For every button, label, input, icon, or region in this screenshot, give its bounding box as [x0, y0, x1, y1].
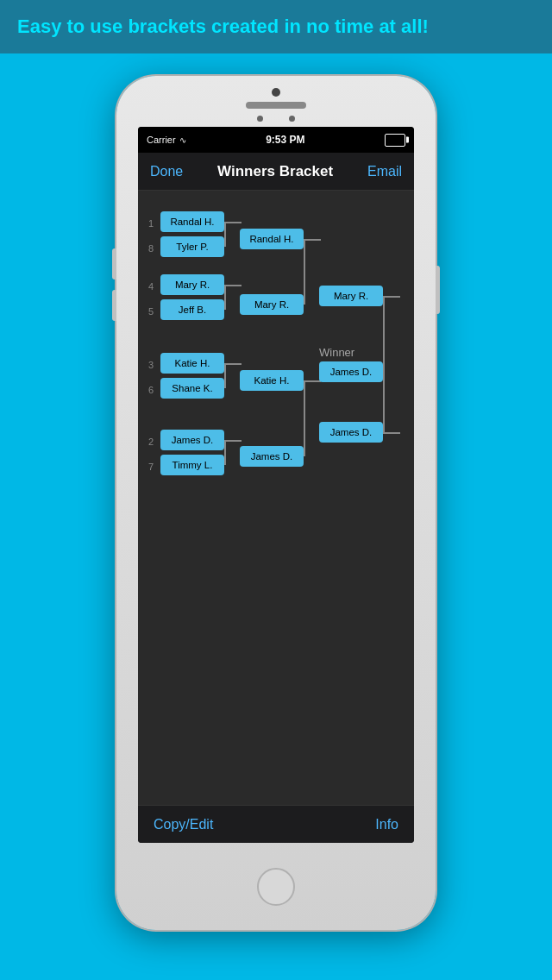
r1-box-3[interactable]: Katie H.	[160, 353, 224, 374]
phone-screen: Carrier ∿ 9:53 PM Done Winners Bracket E…	[138, 127, 414, 843]
top-banner: Easy to use brackets created in no time …	[0, 0, 552, 53]
carrier-name: Carrier	[147, 135, 176, 145]
r1-box-4[interactable]: Mary R.	[160, 274, 224, 295]
copy-edit-button[interactable]: Copy/Edit	[154, 817, 213, 832]
seed-8: 8	[148, 243, 154, 254]
r1-box-7[interactable]: Timmy L.	[160, 455, 224, 475]
bracket-area: 1 8 4 5 3 6 2 7 Randal H. Tyler P. Mary …	[138, 191, 414, 805]
conn-r1-m3-v	[224, 363, 226, 388]
carrier-info: Carrier ∿	[147, 135, 186, 145]
r1-box-1[interactable]: Randal H.	[160, 211, 224, 232]
conn-r2-t-h	[304, 239, 321, 241]
conn-r2-b-v	[304, 380, 305, 456]
nav-title: Winners Bracket	[217, 163, 333, 180]
r2-box-1[interactable]: Randal H.	[240, 229, 304, 249]
conn-r2-b-h	[304, 380, 321, 382]
phone-sensors	[257, 116, 295, 122]
seed-2: 2	[148, 437, 154, 447]
done-button[interactable]: Done	[150, 164, 183, 179]
seed-7: 7	[148, 462, 154, 472]
conn-r3-b-h	[383, 432, 400, 434]
sensor-dot-right	[289, 116, 295, 122]
volume-up-button	[112, 248, 116, 280]
home-button[interactable]	[257, 868, 295, 906]
r2-box-2[interactable]: Mary R.	[240, 294, 304, 315]
bottom-toolbar: Copy/Edit Info	[138, 805, 414, 843]
status-time: 9:53 PM	[266, 134, 304, 146]
r2-box-3[interactable]: Katie H.	[240, 370, 304, 391]
conn-r1-m1-v	[224, 222, 226, 247]
volume-down-button	[112, 290, 116, 321]
seed-5: 5	[148, 306, 154, 317]
conn-r3-v	[383, 296, 385, 432]
phone-speaker	[246, 102, 306, 109]
seed-4: 4	[148, 281, 154, 292]
phone-home-area	[257, 843, 295, 930]
conn-r1-m2-v	[224, 285, 226, 310]
r1-box-5[interactable]: Jeff B.	[160, 299, 224, 320]
winner-box[interactable]: James D.	[319, 361, 383, 382]
r3-box-1[interactable]: Mary R.	[319, 286, 383, 306]
battery-icon	[385, 134, 405, 147]
phone-top-hardware	[116, 76, 436, 122]
nav-bar: Done Winners Bracket Email	[138, 153, 414, 191]
r1-box-8[interactable]: Tyler P.	[160, 236, 224, 257]
r1-box-2[interactable]: James D.	[160, 430, 224, 450]
phone-frame: Carrier ∿ 9:53 PM Done Winners Bracket E…	[116, 76, 436, 930]
seed-1: 1	[148, 218, 154, 229]
seed-6: 6	[148, 385, 154, 395]
banner-text: Easy to use brackets created in no time …	[17, 16, 429, 37]
conn-r3-t-h	[383, 296, 400, 298]
conn-r1-m3-h	[224, 363, 242, 365]
seed-3: 3	[148, 360, 154, 370]
conn-r1-m4-v	[224, 440, 226, 465]
conn-r2-t-v	[304, 239, 305, 305]
conn-r1-m4-h	[224, 440, 242, 442]
wifi-icon: ∿	[179, 135, 186, 145]
status-bar: Carrier ∿ 9:53 PM	[138, 127, 414, 153]
winner-label: Winner	[319, 346, 354, 359]
conn-r1-m2-h	[224, 285, 242, 286]
info-button[interactable]: Info	[375, 817, 398, 832]
front-camera	[272, 88, 280, 97]
power-button	[436, 266, 440, 314]
r3-box-2[interactable]: James D.	[319, 422, 383, 443]
conn-r1-m1-h	[224, 222, 242, 223]
email-button[interactable]: Email	[367, 164, 402, 179]
sensor-dot-left	[257, 116, 263, 122]
r2-box-4[interactable]: James D.	[240, 446, 304, 467]
r1-box-6[interactable]: Shane K.	[160, 378, 224, 399]
